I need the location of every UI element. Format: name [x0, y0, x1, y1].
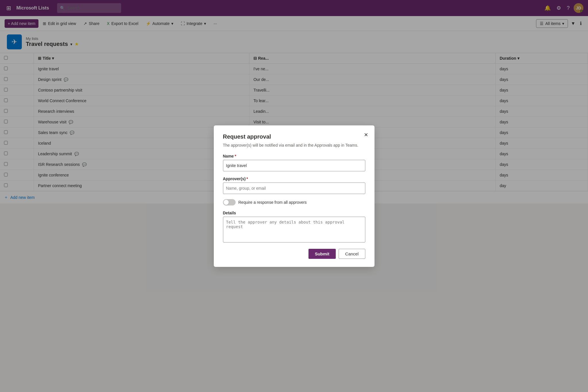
- cancel-button[interactable]: Cancel: [339, 249, 365, 259]
- submit-button[interactable]: Submit: [308, 249, 336, 259]
- modal-footer: Submit Cancel: [223, 249, 365, 259]
- name-input[interactable]: [223, 160, 365, 171]
- modal-title: Request approval: [223, 133, 365, 140]
- toggle-label: Require a response from all approvers: [238, 200, 307, 205]
- name-label: Name *: [223, 154, 365, 158]
- details-textarea[interactable]: [223, 217, 365, 242]
- name-field: Name *: [223, 154, 365, 171]
- request-approval-modal: ✕ Request approval The approver(s) will …: [214, 125, 374, 267]
- modal-subtitle: The approver(s) will be notified via ema…: [223, 143, 365, 148]
- modal-close-button[interactable]: ✕: [363, 131, 369, 139]
- approvers-required-star: *: [247, 176, 248, 181]
- name-required-star: *: [235, 154, 236, 158]
- toggle-knob: [224, 200, 229, 205]
- approvers-label: Approver(s) *: [223, 176, 365, 181]
- approvers-input[interactable]: [223, 183, 365, 194]
- details-label: Details: [223, 211, 365, 215]
- details-field: Details: [223, 211, 365, 244]
- approvers-field: Approver(s) *: [223, 176, 365, 194]
- toggle-row: Require a response from all approvers: [223, 199, 365, 205]
- modal-overlay: ✕ Request approval The approver(s) will …: [0, 0, 588, 392]
- require-response-toggle[interactable]: [223, 199, 236, 205]
